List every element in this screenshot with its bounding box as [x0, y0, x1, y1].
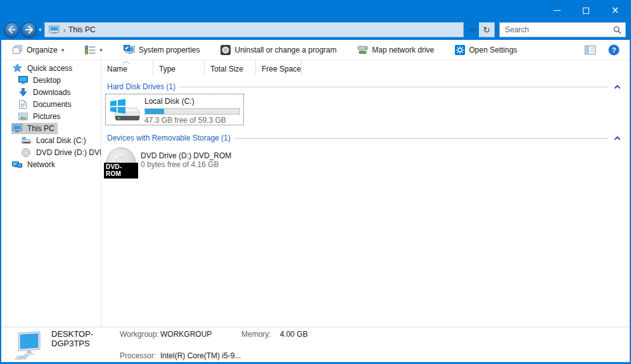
- column-header-type[interactable]: Type: [153, 60, 205, 76]
- forward-button[interactable]: [21, 22, 37, 38]
- minimize-button[interactable]: [542, 0, 571, 21]
- address-bar[interactable]: › This PC: [44, 22, 464, 37]
- sidebar-item-label: This PC: [27, 124, 54, 133]
- settings-gear-icon: [455, 45, 465, 55]
- navigation-bar: ▾ › This PC ↻: [1, 21, 630, 40]
- sidebar-item-local-disk-c[interactable]: Local Disk (C:): [1, 134, 101, 146]
- group-header-removable-storage[interactable]: Devices with Removable Storage (1): [101, 133, 630, 143]
- organize-icon: [13, 45, 23, 54]
- star-icon: [12, 63, 22, 73]
- column-header-free-space[interactable]: Free Space: [256, 60, 302, 76]
- workgroup-label: Workgroup:: [120, 330, 160, 339]
- collapse-chevron-icon[interactable]: [614, 85, 621, 89]
- local-disk-details: Local Disk (C:) 47.3 GB free of 59.3 GB: [144, 97, 240, 122]
- uninstall-program-label: Uninstall or change a program: [234, 46, 336, 54]
- sidebar-item-pictures[interactable]: Pictures: [1, 110, 101, 122]
- column-header-total-size[interactable]: Total Size: [205, 60, 256, 76]
- views-button[interactable]: ▾: [85, 46, 103, 54]
- sidebar-item-network[interactable]: Network: [1, 158, 101, 170]
- forward-arrow-icon: [25, 26, 34, 34]
- local-disk-item[interactable]: Local Disk (C:) 47.3 GB free of 59.3 GB: [105, 94, 244, 125]
- column-headers: Name Type Total Size Free Space: [101, 60, 630, 76]
- sidebar-item-label: Pictures: [33, 112, 60, 121]
- recent-pages-dropdown[interactable]: ▾: [39, 27, 42, 33]
- sidebar-item-desktop[interactable]: Desktop: [1, 74, 101, 86]
- breadcrumb[interactable]: This PC: [68, 25, 96, 34]
- group-header-hard-disk-drives[interactable]: Hard Disk Drives (1): [101, 82, 630, 92]
- sidebar-item-downloads[interactable]: Downloads: [1, 86, 101, 98]
- minimize-icon: [554, 10, 561, 11]
- sidebar-item-this-pc[interactable]: This PC: [1, 122, 101, 134]
- organize-caret-icon: ▾: [61, 47, 65, 53]
- map-network-drive-button[interactable]: Map network drive: [357, 45, 434, 54]
- file-list-panel: Name Type Total Size Free Space Hard Dis…: [101, 60, 630, 327]
- sidebar-item-label: Quick access: [27, 64, 72, 73]
- sidebar-item-label: Local Disk (C:): [36, 136, 86, 145]
- collapse-chevron-icon[interactable]: [614, 136, 621, 141]
- close-icon: ×: [611, 6, 620, 15]
- sidebar-item-label: Documents: [33, 100, 72, 109]
- dvd-rom-badge: DVD-ROM: [104, 163, 138, 179]
- content-area: Quick access Desktop Downloads Documents: [1, 60, 630, 327]
- uninstall-program-button[interactable]: Uninstall or change a program: [220, 45, 336, 55]
- explorer-window: × ▾ › This PC: [0, 0, 631, 364]
- breadcrumb-chevron-icon: ›: [63, 25, 66, 35]
- maximize-button[interactable]: [571, 0, 601, 21]
- open-settings-button[interactable]: Open Settings: [455, 45, 517, 55]
- drive-name: DVD Drive (D:) DVD_ROM: [141, 151, 231, 161]
- preview-pane-button[interactable]: [585, 46, 596, 54]
- maximize-icon: [583, 8, 589, 14]
- organize-label: Organize: [27, 46, 58, 54]
- open-settings-label: Open Settings: [469, 46, 517, 54]
- system-properties-icon: [124, 45, 135, 55]
- views-caret-icon: ▾: [99, 47, 103, 53]
- group-title: Devices with Removable Storage (1): [107, 134, 231, 142]
- group-title: Hard Disk Drives (1): [107, 82, 175, 91]
- dvd-drive-item[interactable]: DVD-ROM DVD Drive (D:) DVD_ROM 0 bytes f…: [106, 147, 271, 179]
- drive-name: Local Disk (C:): [144, 97, 240, 106]
- memory-value: 4.00 GB: [280, 330, 308, 339]
- sidebar-item-dvd-drive[interactable]: DVD Drive (D:) DVD_R: [1, 146, 101, 158]
- sidebar-item-quick-access[interactable]: Quick access: [1, 62, 101, 74]
- picture-icon: [18, 111, 28, 122]
- computer-details: DESKTOP-DGP3TPS Workgroup: WORKGROUP Mem…: [51, 329, 308, 360]
- command-toolbar: Organize ▾ ▾ System properties: [1, 40, 630, 60]
- memory-label: Memory:: [241, 330, 271, 339]
- title-bar: ×: [1, 0, 630, 21]
- search-icon[interactable]: [613, 26, 621, 34]
- search-box: [499, 22, 626, 37]
- capacity-bar: [144, 108, 240, 115]
- system-properties-button[interactable]: System properties: [124, 45, 200, 55]
- free-space-text: 47.3 GB free of 59.3 GB: [144, 116, 240, 125]
- help-button[interactable]: ?: [608, 44, 620, 56]
- hard-drive-icon: [109, 97, 141, 123]
- drive-icon: [21, 135, 31, 146]
- sidebar-item-label: DVD Drive (D:) DVD_R: [36, 148, 101, 157]
- processor-value: Intel(R) Core(TM) i5-9...: [160, 351, 241, 360]
- search-input[interactable]: [505, 25, 613, 34]
- refresh-button[interactable]: ↻: [479, 22, 495, 37]
- computer-icon: [15, 330, 44, 360]
- chevron-down-icon: [469, 28, 475, 32]
- close-button[interactable]: ×: [601, 0, 630, 21]
- workgroup-value: WORKGROUP: [160, 330, 241, 339]
- back-arrow-icon: [8, 26, 16, 34]
- toolbar-right-group: ?: [585, 44, 620, 56]
- document-icon: [18, 99, 28, 110]
- capacity-bar-fill: [145, 109, 164, 114]
- group-divider-line: [234, 138, 608, 139]
- address-dropdown-button[interactable]: [465, 28, 479, 32]
- computer-icon: [12, 123, 22, 134]
- sort-ascending-icon: [122, 61, 130, 64]
- network-icon: [12, 160, 22, 170]
- back-button[interactable]: [4, 22, 20, 38]
- window-controls: ×: [542, 0, 630, 21]
- refresh-icon: ↻: [483, 25, 490, 35]
- organize-button[interactable]: Organize ▾: [13, 45, 64, 54]
- map-network-drive-label: Map network drive: [372, 46, 434, 54]
- sidebar-item-label: Network: [27, 160, 55, 169]
- sidebar-item-documents[interactable]: Documents: [1, 98, 101, 110]
- group-divider-line: [179, 87, 608, 87]
- views-icon: [85, 46, 96, 54]
- navigation-pane: Quick access Desktop Downloads Documents: [1, 60, 101, 327]
